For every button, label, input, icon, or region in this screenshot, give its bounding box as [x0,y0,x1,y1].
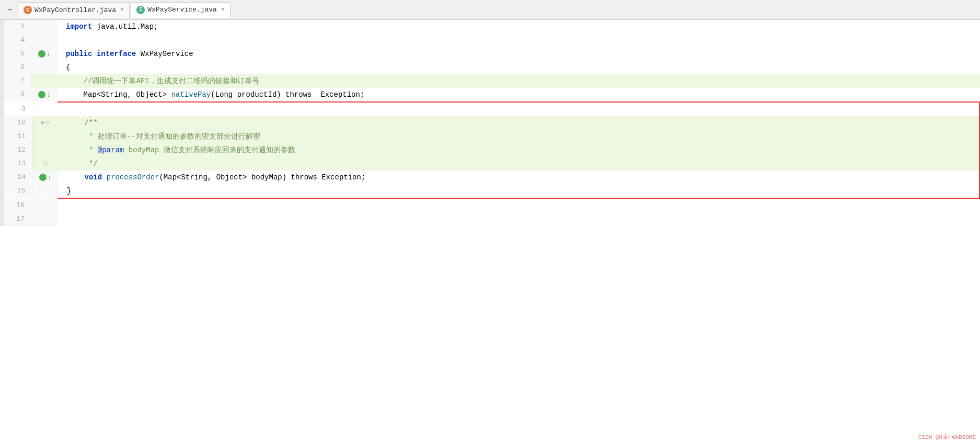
gutter-icon-green-8 [38,91,45,98]
line-num-9: 9 [5,103,32,116]
line-row-13: 13 🛡 */ [5,157,979,171]
line-gutter-6 [31,61,57,74]
line-gutter-13: 🛡 [32,157,59,171]
line-code-14: void processOrder(Map<String, Object> bo… [59,171,979,184]
line-num-14: 14 [5,171,32,184]
line-code-12: * @param bodyMap 微信支付系统响应回来的支付通知的参数 [59,143,979,157]
line-row-3: 3 import java.util.Map; [4,20,980,33]
watermark: CSDN @H表HANDSOME [918,433,976,441]
line-row-15: 15 } [5,184,979,198]
tab-close-wxpaycontroller[interactable]: × [120,6,124,14]
line-gutter-15 [32,184,59,198]
line-num-7: 7 [4,74,31,88]
line-num-5: 5 [4,47,31,61]
lines-container[interactable]: 3 import java.util.Map; 4 5 ↓ [4,20,980,226]
line-code-17 [57,212,980,226]
line-code-7: //调用统一下单API，生成支付二维码的链接和订单号 [57,74,980,88]
line-num-13: 13 [5,157,32,171]
line-gutter-12 [32,143,59,157]
gutter-icon-down-8: ↓ [47,91,51,99]
line-gutter-3 [31,20,57,33]
sidebar-toggle[interactable]: – [4,3,16,17]
left-bar [0,20,4,226]
line-num-17: 17 [4,212,31,226]
line-gutter-17 [31,212,57,226]
line-code-9 [59,103,979,116]
line-gutter-4 [31,33,57,47]
line-gutter-9 [32,103,59,116]
line-code-8: Map<String, Object> nativePay(Long produ… [57,88,980,101]
tab-icon-c: C [24,6,32,14]
line-gutter-7 [31,74,57,88]
line-gutter-11 [32,130,59,143]
line-num-12: 12 [5,143,32,157]
line-gutter-14: ↓ [32,171,59,184]
line-gutter-10: ≡ 🛡 [32,116,59,130]
tab-label-wxpaycontroller: WxPayController.java [34,6,116,14]
line-row-10: 10 ≡ 🛡 /** [5,116,979,130]
line-num-3: 3 [4,20,31,33]
tab-bar: – C WxPayController.java × I WxPayServic… [0,0,980,20]
line-row-8: 8 ↓ Map<String, Object> nativePay(Long p… [4,88,980,101]
line-code-10: /** [59,116,979,130]
gutter-icon-green-14 [39,174,47,181]
line-gutter-5: ↓ [31,47,57,61]
line-row-11: 11 * 处理订单--对支付通知的参数的密文部分进行解密 [5,130,979,143]
line-code-3: import java.util.Map; [57,20,980,33]
line-row-6: 6 { [4,61,980,74]
code-area: 3 import java.util.Map; 4 5 ↓ [0,20,980,226]
gutter-icon-down-5: ↓ [47,50,51,58]
line-row-16: 16 [4,199,980,212]
tab-wxpayservice[interactable]: I WxPayService.java × [131,2,230,18]
line-code-5: public interface WxPayService [57,47,980,61]
line-num-4: 4 [4,33,31,47]
line-row-9: 9 [57,101,980,116]
line-code-11: * 处理订单--对支付通知的参数的密文部分进行解密 [59,130,979,143]
line-num-16: 16 [4,199,31,212]
line-code-15: } [59,184,979,198]
gutter-icon-shield-10: 🛡 [45,120,51,127]
tab-close-wxpayservice[interactable]: × [221,6,225,14]
line-code-4 [57,33,980,47]
red-box-content: 10 ≡ 🛡 /** 11 * 处理订单--对支付通知的参数的密文部分进行解密 [57,116,980,198]
line-num-8: 8 [4,88,31,101]
tab-label-wxpayservice: WxPayService.java [147,6,217,14]
all-lines: 3 import java.util.Map; 4 5 ↓ [4,20,980,226]
line-gutter-8: ↓ [31,88,57,101]
line-row-14: 14 ↓ void processOrder(Map<String, Objec… [5,171,979,184]
line-gutter-16 [31,199,57,212]
editor-window: – C WxPayController.java × I WxPayServic… [0,0,980,443]
line-num-6: 6 [4,61,31,74]
gutter-icon-down-14: ↓ [48,174,52,181]
line-num-11: 11 [5,130,32,143]
line-num-15: 15 [5,184,32,198]
tab-wxpaycontroller[interactable]: C WxPayController.java × [18,2,130,18]
gutter-icon-shield-13: 🛡 [43,161,49,167]
line-code-6: { [57,61,980,74]
line-num-10: 10 [5,116,32,130]
line-row-17: 17 [4,212,980,226]
line-code-13: */ [59,157,979,171]
line-row-5: 5 ↓ public interface WxPayService [4,47,980,61]
tab-icon-i: I [136,6,145,14]
line-row-4: 4 [4,33,980,47]
line-row-7: 7 //调用统一下单API，生成支付二维码的链接和订单号 [4,74,980,88]
line-row-12: 12 * @param bodyMap 微信支付系统响应回来的支付通知的参数 [5,143,979,157]
gutter-icon-green-5 [38,50,45,58]
line-code-16 [57,199,980,212]
gutter-icon-format-10: ≡ [40,119,44,127]
